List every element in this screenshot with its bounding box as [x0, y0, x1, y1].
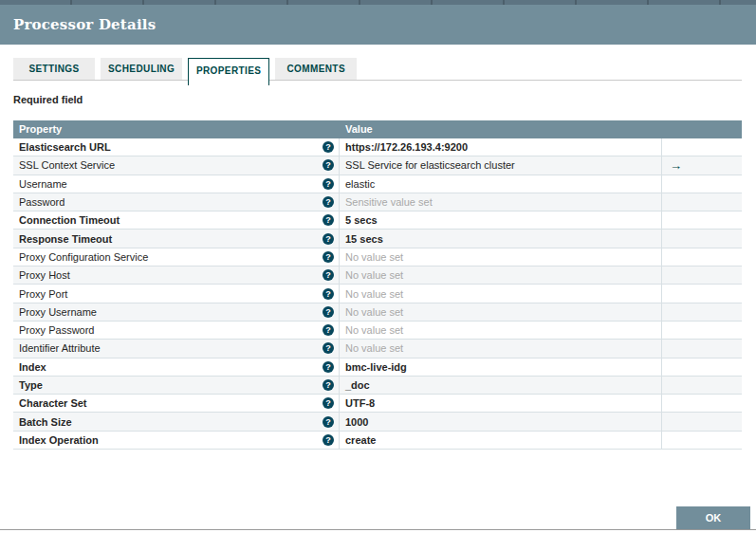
property-value-cell: create [340, 432, 662, 449]
help-icon[interactable]: ? [323, 342, 334, 354]
property-name: Elasticsearch URL [19, 141, 111, 153]
table-row: Password ? Sensitive value set → [13, 193, 742, 211]
property-name: Response Timeout [19, 233, 112, 245]
goto-cell: → [662, 358, 742, 376]
tab-comments[interactable]: COMMENTS [275, 58, 357, 81]
ok-button[interactable]: OK [676, 506, 750, 529]
table-row: SSL Context Service ? SSL Service for el… [13, 156, 742, 175]
help-icon[interactable]: ? [323, 178, 334, 190]
goto-cell: → [662, 303, 742, 321]
help-icon[interactable]: ? [323, 379, 334, 391]
property-value: No value set [345, 342, 403, 354]
goto-cell: → [662, 322, 742, 339]
table-row: Identifier Attribute ? No value set → [13, 340, 742, 358]
property-value: 15 secs [345, 233, 383, 245]
table-row: Index Operation ? create → [13, 432, 742, 450]
table-row: Character Set ? UTF-8 → [13, 395, 742, 413]
property-name: Index Operation [19, 434, 99, 446]
required-field-label: Required field [13, 94, 83, 105]
help-icon[interactable]: ? [323, 324, 334, 336]
help-icon[interactable]: ? [323, 196, 334, 208]
table-row: Username ? elastic → [13, 175, 742, 193]
help-icon[interactable]: ? [323, 214, 334, 226]
help-icon[interactable]: ? [323, 159, 334, 171]
tab-settings[interactable]: SETTINGS [13, 58, 95, 81]
property-value: No value set [345, 288, 403, 300]
help-icon[interactable]: ? [323, 416, 334, 428]
goto-cell: → [662, 432, 742, 449]
property-name: Username [19, 178, 67, 190]
help-icon[interactable]: ? [323, 269, 334, 281]
property-value: SSL Service for elasticsearch cluster [345, 159, 515, 171]
column-header-goto [662, 120, 742, 138]
property-value-cell: No value set [340, 248, 662, 266]
dialog-title: Processor Details [0, 5, 756, 45]
property-name-cell: Username ? [13, 175, 340, 193]
property-name: SSL Context Service [19, 159, 115, 171]
help-icon[interactable]: ? [323, 361, 334, 373]
property-name-cell: SSL Context Service ? [13, 156, 340, 174]
help-icon[interactable]: ? [323, 141, 334, 153]
property-name-cell: Proxy Password ? [13, 322, 340, 339]
table-row: Type ? _doc → [13, 377, 742, 395]
property-value: https://172.26.193.4:9200 [345, 141, 468, 153]
property-value: No value set [345, 324, 403, 336]
property-value-cell: https://172.26.193.4:9200 [340, 138, 662, 156]
property-value: No value set [345, 269, 403, 281]
property-value-cell: No value set [340, 266, 662, 284]
property-name-cell: Batch Size ? [13, 413, 340, 430]
property-value-cell: 5 secs [340, 211, 662, 229]
table-row: Connection Timeout ? 5 secs → [13, 211, 742, 230]
dialog-header: Processor Details [0, 5, 756, 45]
help-icon[interactable]: ? [323, 288, 334, 300]
property-value: bmc-live-idg [345, 361, 407, 373]
property-value: 5 secs [345, 214, 378, 226]
property-value: No value set [345, 251, 403, 263]
property-name-cell: Response Timeout ? [13, 230, 340, 247]
help-icon[interactable]: ? [323, 233, 334, 245]
goto-cell: → [662, 230, 742, 247]
property-value-cell: 15 secs [340, 230, 662, 247]
properties-table: Property Value Elasticsearch URL ? https… [13, 120, 742, 450]
property-value-cell: No value set [340, 285, 662, 302]
property-value-cell: _doc [340, 377, 662, 394]
goto-cell: → [662, 377, 742, 394]
help-icon[interactable]: ? [323, 397, 334, 409]
help-icon[interactable]: ? [323, 306, 334, 318]
table-row: Proxy Configuration Service ? No value s… [13, 248, 742, 266]
property-name-cell: Connection Timeout ? [13, 211, 340, 229]
property-name: Proxy Port [19, 288, 67, 300]
table-row: Proxy Host ? No value set → [13, 266, 742, 285]
property-name: Batch Size [19, 416, 72, 428]
property-value: UTF-8 [345, 397, 375, 409]
property-value: create [345, 434, 376, 446]
property-name: Identifier Attribute [19, 342, 101, 354]
property-name-cell: Index ? [13, 358, 340, 376]
tab-properties[interactable]: PROPERTIES [188, 58, 269, 85]
table-row: Proxy Username ? No value set → [13, 303, 742, 322]
property-name-cell: Elasticsearch URL ? [13, 138, 340, 156]
goto-cell: → [662, 193, 742, 211]
goto-service-arrow-icon[interactable]: → [670, 159, 682, 172]
table-row: Response Timeout ? 15 secs → [13, 230, 742, 248]
goto-cell: → [662, 340, 742, 357]
table-header-row: Property Value [13, 120, 742, 138]
property-value: elastic [345, 178, 375, 190]
help-icon[interactable]: ? [323, 434, 334, 446]
property-name: Password [19, 196, 65, 208]
column-header-value: Value [340, 120, 662, 138]
tab-scheduling[interactable]: SCHEDULING [101, 58, 182, 81]
help-icon[interactable]: ? [323, 251, 334, 263]
property-name: Proxy Host [19, 269, 70, 281]
property-name: Type [19, 379, 43, 391]
goto-cell: → [662, 413, 742, 430]
property-name: Proxy Password [19, 324, 94, 336]
table-row: Elasticsearch URL ? https://172.26.193.4… [13, 138, 742, 156]
table-body: Elasticsearch URL ? https://172.26.193.4… [13, 138, 742, 450]
property-value: 1000 [345, 416, 368, 428]
property-value-cell: bmc-live-idg [340, 358, 662, 376]
property-name: Proxy Username [19, 306, 97, 318]
property-value-cell: elastic [340, 175, 662, 193]
processor-details-dialog: Processor Details SETTINGS SCHEDULING PR… [0, 0, 756, 533]
property-value-cell: No value set [340, 303, 662, 321]
